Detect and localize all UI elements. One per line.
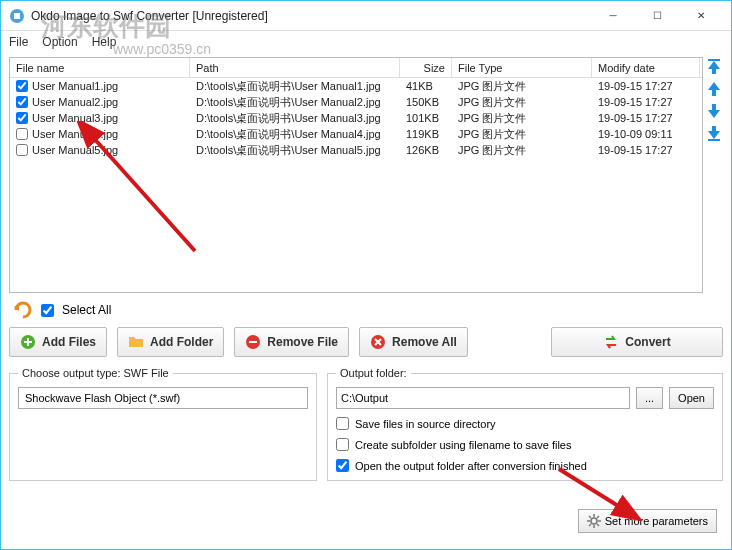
header-filetype[interactable]: File Type xyxy=(452,58,592,77)
svg-rect-2 xyxy=(708,59,720,61)
add-files-label: Add Files xyxy=(42,335,96,349)
window-title: Okdo Image to Swf Converter [Unregistere… xyxy=(31,9,591,23)
row-checkbox[interactable] xyxy=(16,128,28,140)
table-row[interactable]: User Manual5.jpgD:\tools\桌面说明书\User Manu… xyxy=(10,142,702,158)
row-size: 150KB xyxy=(400,96,452,108)
svg-line-14 xyxy=(597,524,599,526)
move-top-icon[interactable] xyxy=(707,59,721,75)
row-path: D:\tools\桌面说明书\User Manual3.jpg xyxy=(190,111,400,126)
add-folder-label: Add Folder xyxy=(150,335,213,349)
browse-button[interactable]: ... xyxy=(636,387,663,409)
output-type-group: Choose output type: SWF File Shockwave F… xyxy=(9,367,317,481)
row-type: JPG 图片文件 xyxy=(452,127,592,142)
output-folder-legend: Output folder: xyxy=(336,367,411,379)
minimize-button[interactable]: ─ xyxy=(591,2,635,30)
svg-rect-3 xyxy=(708,139,720,141)
select-all-label: Select All xyxy=(62,303,111,317)
svg-rect-1 xyxy=(14,13,20,19)
svg-rect-6 xyxy=(249,341,257,343)
row-date: 19-09-15 17:27 xyxy=(592,112,700,124)
remove-all-button[interactable]: Remove All xyxy=(359,327,468,357)
move-bottom-icon[interactable] xyxy=(707,125,721,141)
header-size[interactable]: Size xyxy=(400,58,452,77)
row-type: JPG 图片文件 xyxy=(452,143,592,158)
row-checkbox[interactable] xyxy=(16,80,28,92)
output-folder-group: Output folder: ... Open Save files in so… xyxy=(327,367,723,481)
convert-label: Convert xyxy=(625,335,670,349)
header-filename[interactable]: File name xyxy=(10,58,190,77)
convert-button[interactable]: Convert xyxy=(551,327,723,357)
x-icon xyxy=(370,334,386,350)
row-filename: User Manual1.jpg xyxy=(32,80,118,92)
row-date: 19-10-09 09:11 xyxy=(592,128,700,140)
output-type-legend: Choose output type: SWF File xyxy=(18,367,173,379)
row-filename: User Manual3.jpg xyxy=(32,112,118,124)
row-type: JPG 图片文件 xyxy=(452,79,592,94)
undo-icon[interactable] xyxy=(13,301,33,319)
output-type-value[interactable]: Shockwave Flash Object (*.swf) xyxy=(18,387,308,409)
app-icon xyxy=(9,8,25,24)
row-size: 41KB xyxy=(400,80,452,92)
row-type: JPG 图片文件 xyxy=(452,111,592,126)
row-date: 19-09-15 17:27 xyxy=(592,144,700,156)
row-path: D:\tools\桌面说明书\User Manual1.jpg xyxy=(190,79,400,94)
row-filename: User Manual4.jpg xyxy=(32,128,118,140)
row-filename: User Manual5.jpg xyxy=(32,144,118,156)
save-in-source-label: Save files in source directory xyxy=(355,418,496,430)
open-after-label: Open the output folder after conversion … xyxy=(355,460,587,472)
titlebar: Okdo Image to Swf Converter [Unregistere… xyxy=(1,1,731,31)
row-path: D:\tools\桌面说明书\User Manual2.jpg xyxy=(190,95,400,110)
move-down-icon[interactable] xyxy=(707,103,721,119)
table-row[interactable]: User Manual2.jpgD:\tools\桌面说明书\User Manu… xyxy=(10,94,702,110)
plus-icon xyxy=(20,334,36,350)
menu-bar: File Option Help xyxy=(1,31,731,53)
row-filename: User Manual2.jpg xyxy=(32,96,118,108)
header-path[interactable]: Path xyxy=(190,58,400,77)
svg-line-15 xyxy=(597,516,599,518)
create-subfolder-label: Create subfolder using filename to save … xyxy=(355,439,571,451)
row-path: D:\tools\桌面说明书\User Manual5.jpg xyxy=(190,143,400,158)
save-in-source-checkbox[interactable] xyxy=(336,417,349,430)
table-row[interactable]: User Manual4.jpgD:\tools\桌面说明书\User Manu… xyxy=(10,126,702,142)
row-size: 101KB xyxy=(400,112,452,124)
row-date: 19-09-15 17:27 xyxy=(592,80,700,92)
header-date[interactable]: Modify date xyxy=(592,58,700,77)
row-checkbox[interactable] xyxy=(16,112,28,124)
table-row[interactable]: User Manual1.jpgD:\tools\桌面说明书\User Manu… xyxy=(10,78,702,94)
remove-file-button[interactable]: Remove File xyxy=(234,327,349,357)
table-row[interactable]: User Manual3.jpgD:\tools\桌面说明书\User Manu… xyxy=(10,110,702,126)
more-params-label: Set more parameters xyxy=(605,515,708,527)
row-type: JPG 图片文件 xyxy=(452,95,592,110)
row-date: 19-09-15 17:27 xyxy=(592,96,700,108)
add-folder-button[interactable]: Add Folder xyxy=(117,327,224,357)
svg-line-13 xyxy=(589,516,591,518)
convert-icon xyxy=(603,334,619,350)
row-checkbox[interactable] xyxy=(16,144,28,156)
move-up-icon[interactable] xyxy=(707,81,721,97)
menu-option[interactable]: Option xyxy=(42,35,77,49)
svg-point-8 xyxy=(591,518,597,524)
menu-file[interactable]: File xyxy=(9,35,28,49)
menu-help[interactable]: Help xyxy=(92,35,117,49)
gear-icon xyxy=(587,514,601,528)
remove-file-label: Remove File xyxy=(267,335,338,349)
folder-icon xyxy=(128,334,144,350)
open-button[interactable]: Open xyxy=(669,387,714,409)
remove-all-label: Remove All xyxy=(392,335,457,349)
row-size: 119KB xyxy=(400,128,452,140)
close-button[interactable]: ✕ xyxy=(679,2,723,30)
file-list: File name Path Size File Type Modify dat… xyxy=(9,57,703,293)
maximize-button[interactable]: ☐ xyxy=(635,2,679,30)
list-header: File name Path Size File Type Modify dat… xyxy=(10,58,702,78)
create-subfolder-checkbox[interactable] xyxy=(336,438,349,451)
row-checkbox[interactable] xyxy=(16,96,28,108)
add-files-button[interactable]: Add Files xyxy=(9,327,107,357)
reorder-arrows xyxy=(707,59,721,141)
output-path-input[interactable] xyxy=(336,387,630,409)
svg-line-16 xyxy=(589,524,591,526)
set-more-parameters-button[interactable]: Set more parameters xyxy=(578,509,717,533)
open-after-checkbox[interactable] xyxy=(336,459,349,472)
row-path: D:\tools\桌面说明书\User Manual4.jpg xyxy=(190,127,400,142)
select-all-checkbox[interactable] xyxy=(41,304,54,317)
row-size: 126KB xyxy=(400,144,452,156)
